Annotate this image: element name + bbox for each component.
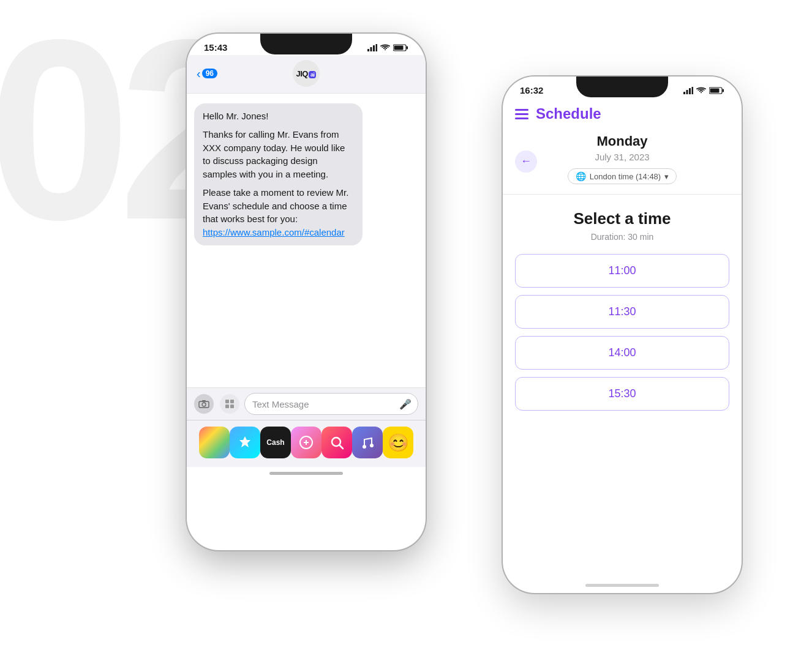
svg-rect-13 [230, 405, 234, 408]
message-greeting: Hello Mr. Jones! [203, 110, 354, 123]
status-time-left: 15:43 [204, 42, 227, 53]
svg-rect-24 [723, 89, 724, 92]
text-message-placeholder: Text Message [252, 399, 309, 409]
svg-rect-11 [230, 400, 234, 403]
phone-left-notch [260, 34, 352, 54]
dock-cash[interactable]: Cash [260, 427, 291, 458]
svg-rect-5 [407, 46, 408, 49]
svg-rect-22 [692, 87, 694, 94]
signal-icon-right [683, 87, 693, 94]
phone-left: 15:43 ‹ [187, 34, 426, 550]
hamburger-line-1 [515, 109, 528, 111]
svg-rect-12 [225, 405, 229, 408]
phone-right-notch [576, 76, 668, 97]
hamburger-line-3 [515, 118, 528, 119]
time-slot-3[interactable]: 14:00 [515, 336, 729, 370]
message-action: Please take a moment to review Mr. Evans… [203, 186, 354, 239]
schedule-header: Schedule [503, 98, 742, 129]
status-icons-right [683, 87, 724, 94]
contact-avatar[interactable]: JIQai [293, 60, 320, 87]
date-text: July 31, 2023 [515, 152, 729, 162]
time-slot-4[interactable]: 15:30 [515, 377, 729, 411]
dock-photos[interactable] [199, 427, 230, 458]
schedule-title: Schedule [536, 105, 601, 122]
svg-rect-9 [202, 400, 206, 401]
battery-icon-right [709, 87, 724, 94]
select-time-section: Select a time Duration: 30 min 11:00 11:… [503, 195, 742, 428]
battery-icon-left [393, 44, 408, 51]
back-chevron-icon: ‹ [197, 67, 201, 81]
back-arrow-icon: ← [521, 155, 532, 168]
svg-rect-1 [370, 47, 372, 51]
status-icons-left [367, 44, 408, 51]
select-time-title: Select a time [515, 209, 729, 228]
svg-rect-2 [373, 45, 375, 51]
svg-rect-20 [686, 90, 688, 94]
status-time-right: 16:32 [520, 85, 543, 95]
dock-memoji[interactable]: 😊 [383, 427, 413, 458]
messages-area: Hello Mr. Jones! Thanks for calling Mr. … [187, 94, 426, 387]
input-bar: Text Message 🎤 [187, 387, 426, 420]
appstore-icon[interactable] [220, 394, 239, 414]
globe-icon: 🌐 [576, 171, 586, 181]
dock-appstore[interactable] [230, 427, 260, 458]
svg-rect-6 [394, 45, 404, 50]
svg-rect-25 [710, 88, 720, 92]
svg-point-18 [370, 444, 374, 447]
calendar-link[interactable]: https://www.sample.com/#calendar [203, 227, 345, 237]
duration-text: Duration: 30 min [515, 232, 729, 242]
time-slot-1[interactable]: 11:00 [515, 254, 729, 288]
svg-rect-0 [367, 49, 369, 51]
jiq-logo: JIQai [296, 69, 317, 78]
time-slot-2[interactable]: 11:30 [515, 295, 729, 329]
home-indicator-left [187, 467, 426, 479]
camera-icon[interactable] [194, 394, 214, 414]
hamburger-menu-button[interactable] [515, 109, 528, 119]
svg-point-17 [363, 445, 366, 449]
date-navigation: ← Monday July 31, 2023 🌐 London time (14… [503, 129, 742, 195]
ai-badge: ai [309, 71, 317, 78]
svg-line-16 [339, 445, 343, 449]
timezone-chevron-icon: ▾ [664, 172, 669, 181]
date-back-button[interactable]: ← [515, 151, 537, 173]
dock-music[interactable] [352, 427, 383, 458]
text-message-input[interactable]: Text Message 🎤 [244, 393, 418, 415]
svg-rect-19 [683, 92, 685, 94]
svg-rect-10 [225, 400, 229, 403]
svg-rect-21 [689, 88, 691, 94]
mic-icon[interactable]: 🎤 [399, 398, 412, 410]
timezone-label: London time (14:48) [590, 172, 661, 181]
svg-rect-3 [376, 44, 378, 51]
home-indicator-right [585, 584, 659, 587]
dock-search[interactable] [321, 427, 352, 458]
message-body: Thanks for calling Mr. Evans from XXX co… [203, 128, 354, 181]
timezone-pill[interactable]: 🌐 London time (14:48) ▾ [568, 168, 677, 184]
message-bubble: Hello Mr. Jones! Thanks for calling Mr. … [194, 103, 363, 245]
dock-game[interactable] [291, 427, 321, 458]
back-button[interactable]: ‹ 96 [197, 67, 217, 81]
svg-point-8 [202, 403, 206, 406]
wifi-icon-right [696, 87, 706, 94]
signal-icon-left [367, 44, 377, 51]
imessage-header: ‹ 96 JIQai [187, 55, 426, 94]
app-dock: Cash 😊 [187, 420, 426, 467]
notification-badge: 96 [202, 69, 217, 78]
day-name: Monday [515, 133, 729, 149]
phone-right: 16:32 [503, 76, 742, 593]
wifi-icon-left [380, 44, 390, 51]
input-icons [194, 394, 239, 414]
hamburger-line-2 [515, 113, 528, 115]
